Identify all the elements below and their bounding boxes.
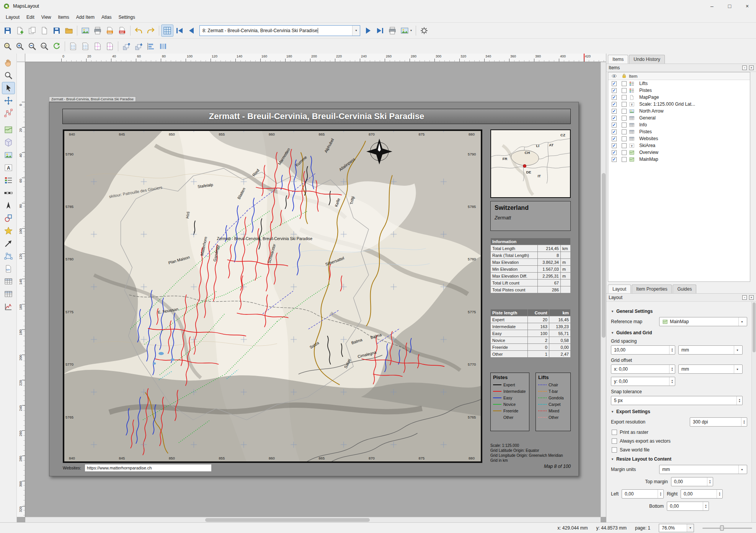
zoom-level-combo[interactable]: 76.0% ▼ [659, 524, 694, 532]
scrollbar-thumb[interactable] [205, 518, 370, 522]
lock-checkbox[interactable] [622, 157, 627, 162]
lock-checkbox[interactable] [622, 102, 627, 107]
tab-layout[interactable]: Layout [608, 284, 631, 293]
atlas-next-feature-button[interactable] [362, 25, 374, 37]
atlas-last-feature-button[interactable] [374, 25, 386, 37]
grid-offset-y-input[interactable]: y: 0,00▲▼ [611, 377, 675, 386]
grid-offset-unit-combo[interactable]: mm▼ [678, 365, 743, 374]
add-north-arrow-button[interactable] [2, 199, 15, 212]
add-marker-button[interactable] [2, 225, 15, 237]
visibility-checkbox[interactable] [612, 150, 617, 155]
menu-items[interactable]: Items [55, 13, 73, 21]
spinner-arrows-icon[interactable]: ▲▼ [703, 502, 707, 510]
items-row-pistes-legend[interactable]: Pistes [608, 87, 750, 94]
lock-checkbox[interactable] [622, 88, 627, 93]
combo-dropdown-icon[interactable]: ▼ [738, 317, 745, 326]
visibility-checkbox[interactable] [612, 143, 617, 148]
align-items-button[interactable] [145, 40, 157, 52]
close-button[interactable]: × [738, 0, 756, 12]
map-title-item[interactable]: Zermatt - Breuil-Cervinia, Breuil-Cervin… [62, 109, 571, 124]
visibility-checkbox[interactable] [612, 102, 617, 107]
information-table-item[interactable]: Information Total Length214,45km Rank (T… [490, 238, 571, 293]
items-row-mainmap[interactable]: MainMap [608, 156, 750, 163]
save-world-file-checkbox[interactable] [612, 447, 617, 453]
spinner-arrows-icon[interactable]: ▲▼ [658, 490, 662, 498]
items-row-north-arrow[interactable]: North Arrow [608, 108, 750, 114]
layout-page[interactable]: Zermatt - Breuil-Cervinia, Breuil-Cervin… [49, 102, 579, 476]
snap-to-guides-toggle[interactable] [104, 40, 116, 52]
menu-view[interactable]: View [38, 13, 55, 21]
items-row-websites[interactable]: Websites [608, 135, 750, 142]
always-export-vectors-checkbox[interactable] [612, 438, 617, 444]
add-shape-button[interactable] [2, 212, 15, 224]
lock-checkbox[interactable] [622, 109, 627, 114]
atlas-previous-feature-button[interactable] [186, 25, 198, 37]
grid-offset-x-input[interactable]: x: 0,00▲▼ [611, 365, 675, 374]
snap-to-grid-toggle[interactable] [79, 40, 91, 52]
scrollbar-thumb[interactable] [753, 302, 756, 352]
refresh-view-button[interactable] [51, 40, 63, 52]
top-margin-input[interactable]: 0,00▲▼ [671, 477, 713, 486]
save-as-template-button[interactable] [51, 25, 63, 37]
spinner-arrows-icon[interactable]: ▲▼ [707, 477, 711, 486]
print-as-raster-checkbox[interactable] [612, 430, 617, 435]
move-item-content-tool-button[interactable] [2, 95, 15, 107]
menu-settings[interactable]: Settings [115, 13, 139, 21]
close-panel-icon[interactable]: × [749, 295, 754, 300]
visibility-checkbox[interactable] [612, 136, 617, 141]
export-atlas-button[interactable]: ▼ [398, 25, 414, 37]
select-move-item-tool-button[interactable] [2, 82, 15, 94]
items-row-scale-label[interactable]: Scale: 1:125.000 Grid Lat... [608, 101, 750, 108]
combo-dropdown-icon[interactable]: ▼ [352, 26, 360, 36]
add-scalebar-button[interactable] [2, 187, 15, 199]
export-as-image-button[interactable] [79, 25, 91, 37]
ski-area-label-item[interactable]: Switzerland Zermatt [490, 201, 571, 231]
new-layout-button[interactable] [14, 25, 26, 37]
canvas-horizontal-scrollbar[interactable] [25, 517, 601, 522]
float-panel-icon[interactable]: ▫ [742, 295, 747, 300]
visibility-checkbox[interactable] [612, 157, 617, 162]
lifts-legend-item[interactable]: Lifts Chair T-bar Gondola Carpet Mixed O… [536, 373, 571, 431]
show-grid-toggle[interactable] [67, 40, 79, 52]
spinner-arrows-icon[interactable]: ▲▼ [669, 346, 673, 354]
margin-units-combo[interactable]: mm▼ [659, 465, 747, 474]
add-picture-button[interactable] [2, 149, 15, 161]
print-atlas-button[interactable] [386, 25, 398, 37]
spinner-arrows-icon[interactable]: ▲▼ [741, 418, 745, 426]
scale-info-item[interactable]: Scale: 1:125.000 Grid Latitude Origin: E… [490, 443, 571, 463]
spinner-arrows-icon[interactable]: ▲▼ [736, 396, 741, 405]
add-attribute-table-button[interactable] [2, 275, 15, 288]
add-legend-button[interactable] [2, 174, 15, 186]
items-row-general[interactable]: General [608, 114, 750, 121]
show-guides-toggle[interactable] [91, 40, 104, 52]
zoom-slider[interactable] [702, 524, 752, 532]
add-items-from-template-button[interactable] [63, 25, 75, 37]
zoom-actual-size-button[interactable] [38, 40, 51, 52]
menu-atlas[interactable]: Atlas [98, 13, 115, 21]
reference-map-combo[interactable]: MainMap ▼ [659, 317, 747, 326]
scrollbar-thumb[interactable] [602, 173, 606, 338]
main-map-item[interactable]: 8408408458458508508558558608608658658708… [63, 129, 482, 463]
menu-layout[interactable]: Layout [2, 13, 23, 21]
lock-checkbox[interactable] [622, 129, 627, 134]
layout-panel-scrollbar[interactable] [751, 302, 756, 522]
items-row-pistes-table[interactable]: Pistes [608, 128, 750, 135]
preview-atlas-toggle[interactable] [161, 25, 173, 37]
visibility-checkbox[interactable] [612, 129, 617, 134]
lower-items-button[interactable] [132, 40, 145, 52]
float-panel-icon[interactable]: ▫ [742, 65, 747, 70]
add-label-button[interactable] [2, 162, 15, 174]
zoom-in-button[interactable] [14, 40, 26, 52]
items-row-overview[interactable]: Overview [608, 149, 750, 156]
pistes-legend-item[interactable]: Pistes Expert Intermediate Easy Novice F… [490, 373, 529, 431]
add-fixed-table-button[interactable] [2, 288, 15, 300]
items-row-skiarea[interactable]: SkiArea [608, 142, 750, 149]
export-as-svg-button[interactable] [104, 25, 116, 37]
menu-edit[interactable]: Edit [23, 13, 38, 21]
add-arrow-button[interactable] [2, 237, 15, 250]
add-html-button[interactable] [2, 263, 15, 275]
websites-item[interactable]: Websites: https://www.matterhornparadise… [63, 464, 211, 471]
redo-button[interactable] [145, 25, 157, 37]
atlas-feature-combo[interactable]: 8: Zermatt - Breuil-Cervinia, Breuil-Cer… [199, 25, 360, 36]
grid-spacing-unit-combo[interactable]: mm▼ [678, 345, 743, 355]
